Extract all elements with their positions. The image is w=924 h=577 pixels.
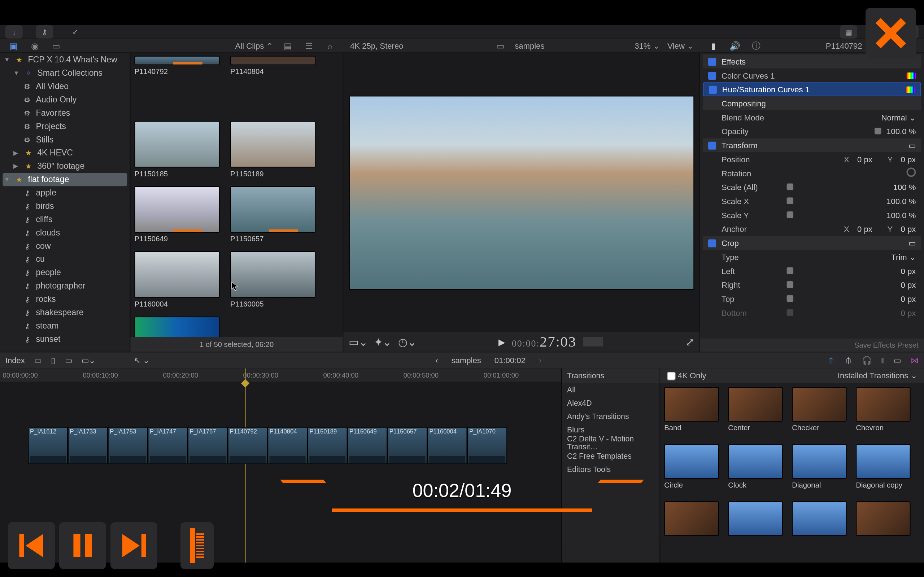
smart-favorites[interactable]: ⚙Favorites	[0, 106, 130, 120]
transition-item[interactable]: Checker	[792, 387, 848, 444]
kw-sunset[interactable]: ⚷sunset	[0, 332, 130, 346]
transition-item[interactable]	[728, 501, 784, 559]
tl-icon[interactable]: ⫛	[845, 356, 853, 365]
kw-shakespeare[interactable]: ⚷shakespeare	[0, 306, 130, 319]
timeline-clip[interactable]: P1160004	[427, 427, 467, 464]
pause-button[interactable]	[59, 522, 106, 569]
timeline-clip[interactable]: P_IA1753	[108, 427, 148, 464]
timeline-clip[interactable]: P_IA1612	[28, 427, 68, 464]
crop-right[interactable]: Right0 px	[703, 278, 921, 292]
save-effects-preset[interactable]: Save Effects Preset	[700, 338, 924, 352]
kw-steam[interactable]: ⚷steam	[0, 319, 130, 332]
transition-item[interactable]	[792, 501, 848, 559]
transform-section[interactable]: Transform▭	[703, 138, 921, 152]
event-flat-footage[interactable]: ▼★flat footage	[3, 173, 127, 186]
viewer-frame[interactable]	[349, 95, 694, 290]
transition-item[interactable]	[664, 501, 720, 559]
tl-icon[interactable]: ⋈	[911, 356, 919, 365]
video-inspector-icon[interactable]: ▮	[707, 39, 720, 53]
bg-tasks-button[interactable]: ✓	[66, 25, 84, 39]
tl-tool[interactable]: ▭	[65, 356, 72, 365]
library-root[interactable]: ▼★FCP X 10.4 What's New	[0, 53, 130, 66]
timeline-clip[interactable]: P1140804	[267, 427, 307, 464]
keyword-button[interactable]: ⚷	[36, 25, 53, 39]
crop-left[interactable]: Left0 px	[703, 264, 921, 278]
tl-tool[interactable]: ▯	[51, 356, 56, 365]
history-fwd[interactable]: ›	[539, 356, 541, 365]
position[interactable]: PositionX0 px Y0 px	[703, 152, 921, 166]
timeline-clip[interactable]: P1150649	[347, 427, 388, 464]
crop-bottom[interactable]: Bottom0 px	[703, 306, 921, 320]
clip[interactable]: P1150657	[230, 186, 317, 251]
crop-section[interactable]: Crop▭	[703, 236, 921, 250]
transition-item[interactable]: Center	[728, 387, 784, 444]
transition-item[interactable]: Chevron	[856, 387, 912, 444]
smart-projects[interactable]: ⚙Projects	[0, 120, 130, 133]
rotation[interactable]: Rotation	[703, 166, 921, 180]
close-button[interactable]	[866, 8, 916, 58]
arrow-tool[interactable]: ↖ ⌄	[134, 356, 149, 365]
transition-item[interactable]: Circle	[664, 444, 720, 501]
clip[interactable]: Rainbow lo…feeding A	[134, 317, 221, 337]
view-menu[interactable]: View ⌄	[667, 41, 693, 50]
enhance-tool[interactable]: ✦⌄	[374, 335, 391, 348]
kw-cu[interactable]: ⚷cu	[0, 253, 130, 266]
onscreen-icon[interactable]: ▭	[908, 141, 916, 150]
crop-top[interactable]: Top0 px	[703, 292, 921, 306]
kw-clouds[interactable]: ⚷clouds	[0, 226, 130, 239]
tl-icon[interactable]: ▭	[894, 356, 901, 365]
audio-inspector-icon[interactable]: 🔊	[728, 39, 741, 53]
timeline-clip[interactable]: P_IA1733	[68, 427, 108, 464]
zoom-level[interactable]: 31% ⌄	[635, 41, 659, 50]
retime-tool[interactable]: ◷⌄	[398, 335, 416, 348]
transform-tool[interactable]: ▭⌄	[349, 335, 367, 348]
smart-audio-only[interactable]: ⚙Audio Only	[0, 93, 130, 106]
smart-stills[interactable]: ⚙Stills	[0, 133, 130, 147]
transition-item[interactable]: Diagonal copy	[856, 444, 912, 501]
tl-icon[interactable]: ⫴	[881, 356, 884, 365]
library-icon[interactable]: ▣	[6, 39, 20, 53]
kw-cliffs[interactable]: ⚷cliffs	[0, 213, 130, 226]
kw-people[interactable]: ⚷people	[0, 266, 130, 279]
tl-icon[interactable]: ⫛	[827, 356, 835, 365]
index-button[interactable]: Index	[5, 356, 25, 365]
trans-cat[interactable]: Alex4D	[562, 396, 659, 410]
next-button[interactable]	[110, 522, 157, 569]
scale-x[interactable]: Scale X100.0 %	[703, 194, 921, 208]
scale-y[interactable]: Scale Y100.0 %	[703, 208, 921, 222]
kw-photographer[interactable]: ⚷photographer	[0, 279, 130, 292]
trans-cat[interactable]: Andy's Transitions	[562, 410, 659, 423]
trans-cat[interactable]: Editors Tools	[562, 463, 659, 476]
installed-label[interactable]: Installed Transitions ⌄	[838, 371, 917, 380]
search-icon[interactable]: ⌕	[323, 39, 337, 53]
photos-icon[interactable]: ◉	[28, 39, 41, 53]
trans-cat[interactable]: All	[562, 383, 659, 396]
transition-item[interactable]	[856, 501, 912, 559]
timeline-clip[interactable]: P_IA1767	[188, 427, 228, 464]
clip[interactable]: P1150185	[134, 121, 221, 187]
kw-rocks[interactable]: ⚷rocks	[0, 292, 130, 306]
transition-item[interactable]: Band	[664, 387, 720, 444]
tl-icon[interactable]: 🎧	[862, 356, 872, 365]
trans-cat[interactable]: C2 Free Templates	[562, 449, 659, 463]
clip[interactable]: P1150189	[230, 121, 317, 187]
fullscreen-icon[interactable]: ⤢	[685, 335, 694, 348]
trans-cat[interactable]: C2 Delta V - Motion Transit…	[562, 436, 659, 450]
tl-tool[interactable]: ▭⌄	[82, 356, 96, 365]
filmstrip-icon[interactable]: ▤	[281, 39, 294, 53]
event-360[interactable]: ▶★360° footage	[0, 160, 130, 173]
blend-mode[interactable]: Blend ModeNormal ⌄	[703, 110, 921, 124]
4k-only-checkbox[interactable]	[667, 372, 676, 380]
smart-collections[interactable]: ▼✧Smart Collections	[0, 66, 130, 80]
effect-hsl-curves[interactable]: Hue/Saturation Curves 1	[703, 82, 921, 97]
list-icon[interactable]: ☰	[302, 39, 315, 53]
timeline-clip[interactable]: P_IA1747	[148, 427, 188, 464]
speed-button[interactable]	[181, 522, 214, 569]
clip[interactable]: P1160004	[134, 251, 221, 317]
scale-all[interactable]: Scale (All)100 %	[703, 180, 921, 194]
timeline-clip[interactable]: P1150189	[307, 427, 347, 464]
anchor[interactable]: AnchorX0 px Y0 px	[703, 222, 921, 236]
tl-tool[interactable]: ▭	[34, 356, 42, 365]
clip[interactable]: P1150649	[134, 186, 221, 251]
titles-icon[interactable]: ▭	[49, 39, 63, 53]
